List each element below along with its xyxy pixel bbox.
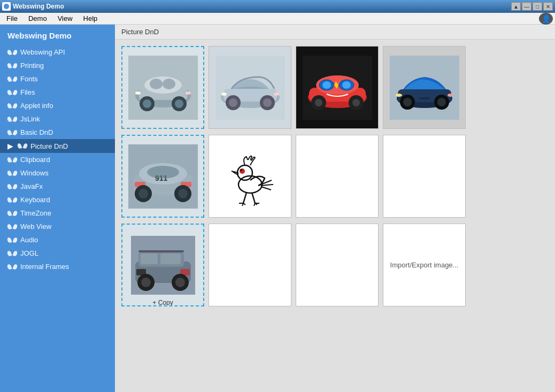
sidebar-item-audio[interactable]: Audio xyxy=(0,233,115,247)
svg-point-20 xyxy=(221,93,227,96)
sidebar-label: Picture DnD xyxy=(30,142,68,150)
butterfly-icon xyxy=(7,102,17,110)
butterfly-icon xyxy=(7,183,17,190)
sidebar-label: Webswing API xyxy=(20,48,65,56)
svg-point-8 xyxy=(143,99,151,108)
svg-point-17 xyxy=(229,98,237,107)
sidebar-item-basic-dnd[interactable]: Basic DnD xyxy=(0,126,115,139)
copy-label: + Copy xyxy=(152,299,173,306)
svg-point-38 xyxy=(403,98,412,106)
picture-grid-container: 911 xyxy=(121,46,466,308)
sidebar-label: Audio xyxy=(20,236,38,244)
sidebar-item-timezone[interactable]: TimeZone xyxy=(0,206,115,220)
menu-help[interactable]: Help xyxy=(79,13,102,24)
svg-point-29 xyxy=(342,81,351,89)
sidebar-item-internal-frames[interactable]: Internal Frames xyxy=(0,260,115,273)
sidebar-item-windows[interactable]: Windows xyxy=(0,166,115,180)
butterfly-icon xyxy=(7,250,17,257)
butterfly-icon xyxy=(7,75,17,83)
svg-rect-43 xyxy=(419,97,430,99)
sidebar-item-jogl[interactable]: JOGL xyxy=(0,247,115,260)
sidebar-label: TimeZone xyxy=(20,209,51,217)
app-icon xyxy=(2,2,11,11)
svg-point-33 xyxy=(352,99,360,106)
sidebar-item-web-view[interactable]: Web View xyxy=(0,220,115,233)
title-bar-left: Webswing Demo xyxy=(2,2,64,11)
content-header: Picture DnD xyxy=(115,25,555,40)
sidebar-item-javafx[interactable]: JavaFx xyxy=(0,180,115,193)
minimize-button[interactable]: ▲ xyxy=(511,2,521,11)
sidebar-item-webswing-api[interactable]: Webswing API xyxy=(0,45,115,59)
sidebar-item-picture-dnd[interactable]: ▶ Picture DnD xyxy=(0,139,115,153)
svg-point-54 xyxy=(178,189,188,198)
svg-point-72 xyxy=(175,278,185,287)
content-area: Picture DnD xyxy=(115,25,555,392)
svg-point-19 xyxy=(263,98,272,107)
sidebar-item-files[interactable]: Files xyxy=(0,86,115,99)
butterfly-icon xyxy=(7,223,17,230)
app-body: Webswing Demo Webswing API Printing Font… xyxy=(0,25,555,392)
sidebar-label: Applet info xyxy=(20,102,53,110)
svg-rect-73 xyxy=(138,250,184,252)
svg-rect-66 xyxy=(160,253,181,264)
sidebar-item-jslink[interactable]: JsLink xyxy=(0,112,115,126)
grid-cell-1-0[interactable]: 911 xyxy=(121,135,204,218)
sidebar-label: Files xyxy=(20,88,35,96)
sidebar-label: Windows xyxy=(20,169,49,177)
grid-cell-2-3[interactable]: Import/Export image... xyxy=(383,224,466,306)
user-icon: 👤 xyxy=(539,13,553,25)
sidebar-label: JsLink xyxy=(20,115,40,123)
sidebar: Webswing Demo Webswing API Printing Font… xyxy=(0,25,115,392)
grid-cell-2-1[interactable] xyxy=(209,224,291,306)
sidebar-item-clipboard[interactable]: Clipboard xyxy=(0,153,115,166)
sidebar-label: JOGL xyxy=(20,249,38,257)
grid-cell-0-3[interactable] xyxy=(383,46,466,129)
grid-cell-0-1[interactable] xyxy=(209,46,291,129)
svg-point-42 xyxy=(448,94,453,97)
svg-point-52 xyxy=(138,189,148,198)
svg-point-0 xyxy=(4,4,9,9)
svg-point-59 xyxy=(240,169,242,171)
import-export-label: Import/Export image... xyxy=(390,261,459,269)
title-bar-title: Webswing Demo xyxy=(13,3,64,10)
svg-point-40 xyxy=(437,98,446,106)
sidebar-label: Web View xyxy=(20,222,51,230)
grid-cell-1-2[interactable] xyxy=(296,135,379,218)
title-bar-buttons: ▲ — □ ✕ xyxy=(511,2,553,11)
grid-cell-0-0[interactable] xyxy=(121,46,204,129)
butterfly-icon xyxy=(18,142,27,150)
butterfly-icon xyxy=(7,196,17,204)
menu-view[interactable]: View xyxy=(53,13,77,24)
butterfly-icon xyxy=(7,210,17,217)
butterfly-icon xyxy=(7,62,17,70)
butterfly-icon xyxy=(7,49,17,56)
svg-point-70 xyxy=(141,278,151,287)
restore-button[interactable]: □ xyxy=(533,2,542,11)
car-image-3 xyxy=(303,56,372,120)
butterfly-icon xyxy=(7,129,17,136)
car-image-5: 911 xyxy=(128,144,198,209)
close-button[interactable]: ✕ xyxy=(543,2,553,11)
sidebar-item-printing[interactable]: Printing xyxy=(0,59,115,72)
sidebar-item-applet-info[interactable]: Applet info xyxy=(0,99,115,112)
sidebar-label: Internal Frames xyxy=(20,263,69,271)
bird-drawing xyxy=(215,142,285,211)
grid-cell-2-2[interactable] xyxy=(296,224,379,306)
svg-point-6 xyxy=(163,79,175,89)
car-image-1 xyxy=(128,56,198,120)
sidebar-item-fonts[interactable]: Fonts xyxy=(0,72,115,86)
grid-cell-1-1[interactable] xyxy=(209,135,291,218)
maximize-button[interactable]: — xyxy=(522,2,531,11)
menu-file[interactable]: File xyxy=(2,13,22,24)
butterfly-icon xyxy=(7,89,17,96)
svg-point-21 xyxy=(274,93,279,96)
sidebar-item-keyboard[interactable]: Keyboard xyxy=(0,193,115,206)
content-main: 911 xyxy=(115,40,555,392)
grid-cell-1-3[interactable] xyxy=(383,135,466,218)
menu-demo[interactable]: Demo xyxy=(24,13,51,24)
car-image-2 xyxy=(215,56,285,120)
grid-cell-2-0[interactable]: + Copy xyxy=(121,224,204,306)
grid-cell-0-2[interactable] xyxy=(296,46,379,129)
svg-point-10 xyxy=(175,99,183,108)
svg-point-58 xyxy=(240,168,245,174)
